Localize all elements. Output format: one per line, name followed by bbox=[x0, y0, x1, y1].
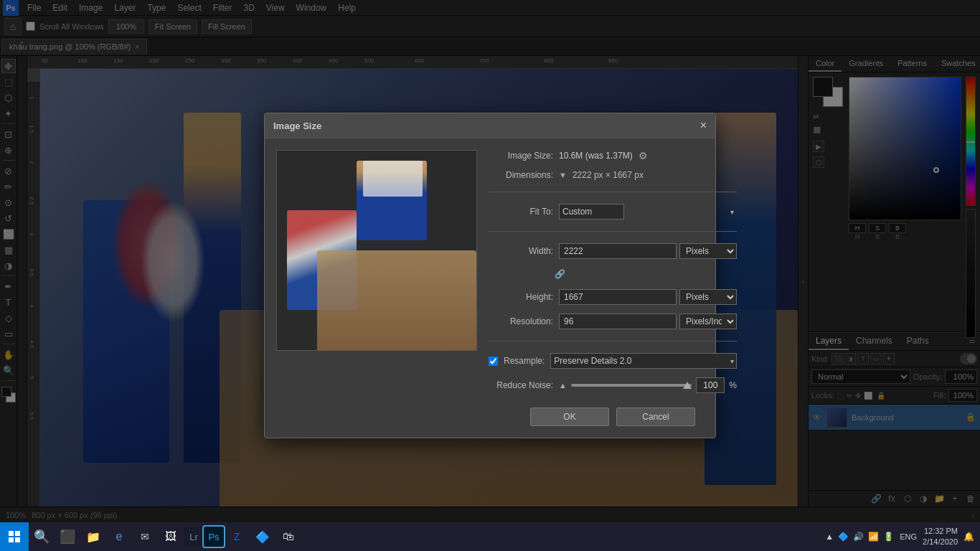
resolution-input[interactable] bbox=[559, 314, 677, 329]
width-height-link-icon[interactable]: 🔗 bbox=[553, 268, 566, 281]
dialog-titlebar: Image Size × bbox=[265, 113, 715, 138]
dialog-title: Image Size bbox=[273, 121, 321, 131]
lightroom-icon[interactable]: Lr bbox=[184, 527, 204, 547]
height-label: Height: bbox=[489, 292, 553, 302]
edge-icon[interactable]: e bbox=[106, 522, 132, 551]
noise-percent-label: % bbox=[729, 380, 737, 390]
divider-3 bbox=[489, 341, 737, 342]
resample-row: Resample: Preserve Details 2.0 Automatic… bbox=[489, 353, 737, 369]
modal-overlay: Image Size × Image Size: 10.6M (w bbox=[0, 0, 980, 551]
resample-label: Resample: bbox=[504, 356, 545, 366]
dialog-body: Image Size: 10.6M (was 1.37M) ⚙ Dimensio… bbox=[265, 138, 715, 438]
width-input[interactable] bbox=[559, 243, 677, 259]
resolution-label: Resolution: bbox=[489, 316, 553, 326]
svg-rect-0 bbox=[9, 531, 14, 536]
dimensions-row: Dimensions: ▼ 2222 px × 1667 px bbox=[489, 170, 737, 180]
ok-button[interactable]: OK bbox=[530, 408, 609, 426]
image-size-gear-button[interactable]: ⚙ bbox=[639, 150, 648, 161]
fit-to-row: Fit To: Custom Original Size 720p 1080p … bbox=[489, 204, 737, 220]
taskview-icon[interactable]: ⬛ bbox=[55, 522, 80, 551]
height-input[interactable] bbox=[559, 289, 677, 305]
image-size-dialog: Image Size × Image Size: 10.6M (w bbox=[264, 113, 716, 438]
height-row: Height: Pixels Percent Inches cm bbox=[489, 289, 737, 305]
fit-to-select[interactable]: Custom Original Size 720p 1080p 4K bbox=[559, 204, 624, 220]
start-button[interactable] bbox=[0, 522, 29, 551]
svg-rect-1 bbox=[15, 531, 20, 536]
svg-rect-2 bbox=[9, 537, 14, 542]
reduce-noise-slider[interactable] bbox=[571, 384, 692, 387]
resolution-row: Resolution: Pixels/Inch Pixels/cm bbox=[489, 314, 737, 329]
notifications-icon[interactable]: 🔔 bbox=[963, 532, 974, 542]
dialog-buttons: OK Cancel bbox=[489, 408, 737, 426]
appx-icon[interactable]: 🔷 bbox=[250, 522, 275, 551]
zalo-icon[interactable]: Z bbox=[224, 522, 250, 551]
taskbar: 🔍 ⬛ 📁 e ✉ 🖼 Lr Ps Z 🔷 🛍 ▲ 🔷 🔊 📶 🔋 ENG 12… bbox=[0, 522, 980, 551]
divider-2 bbox=[489, 231, 737, 232]
cancel-button[interactable]: Cancel bbox=[616, 408, 695, 426]
gmail-icon[interactable]: ✉ bbox=[132, 522, 158, 551]
battery-icon: 🔋 bbox=[883, 532, 894, 542]
reduce-noise-row: Reduce Noise: ▲ % bbox=[489, 377, 737, 393]
wifi-icon: 📶 bbox=[868, 532, 879, 542]
dialog-preview bbox=[276, 150, 477, 351]
image-size-value: 10.6M (was 1.37M) bbox=[559, 151, 633, 161]
date-display: 2/14/2020 bbox=[923, 537, 958, 547]
width-unit-select[interactable]: Pixels Percent Inches cm bbox=[679, 243, 737, 259]
dimensions-value: 2222 px × 1667 px bbox=[573, 170, 644, 180]
width-row: Width: Pixels Percent Inches cm bbox=[489, 243, 737, 259]
dimensions-label: Dimensions: bbox=[489, 170, 553, 180]
divider-1 bbox=[489, 192, 737, 192]
dialog-close-button[interactable]: × bbox=[700, 119, 707, 132]
time-display: 12:32 PM bbox=[923, 526, 958, 537]
width-field-wrap: Pixels Percent Inches cm bbox=[559, 243, 737, 259]
search-taskbar-icon[interactable]: 🔍 bbox=[29, 522, 55, 551]
svg-rect-3 bbox=[15, 537, 20, 542]
reduce-noise-label: Reduce Noise: bbox=[489, 380, 553, 390]
resample-select-wrap: Preserve Details 2.0 Automatic Preserve … bbox=[550, 353, 737, 369]
dimensions-expand-icon[interactable]: ▼ bbox=[559, 171, 567, 179]
dialog-fields: Image Size: 10.6M (was 1.37M) ⚙ Dimensio… bbox=[489, 150, 737, 426]
noise-slider-container: ▲ % bbox=[559, 377, 737, 393]
image-size-row: Image Size: 10.6M (was 1.37M) ⚙ bbox=[489, 150, 737, 161]
photos-icon[interactable]: 🖼 bbox=[158, 522, 184, 551]
explorer-icon[interactable]: 📁 bbox=[80, 522, 106, 551]
height-field-wrap: Pixels Percent Inches cm bbox=[559, 289, 737, 305]
resample-checkbox[interactable] bbox=[489, 357, 498, 366]
reduce-noise-input[interactable] bbox=[696, 377, 725, 393]
tray-icon-2: 🔷 bbox=[838, 532, 849, 542]
height-unit-select[interactable]: Pixels Percent Inches cm bbox=[679, 289, 737, 305]
tray-icon-3: 🔊 bbox=[853, 532, 864, 542]
photoshop-taskbar-icon[interactable]: Ps bbox=[204, 527, 224, 547]
resample-select[interactable]: Preserve Details 2.0 Automatic Preserve … bbox=[550, 353, 737, 369]
lang-indicator[interactable]: ENG bbox=[900, 532, 917, 541]
clock: 12:32 PM 2/14/2020 bbox=[923, 526, 958, 548]
link-icon-row: 🔗 bbox=[489, 268, 737, 281]
tray-icon-1: ▲ bbox=[825, 532, 834, 542]
resolution-unit-select[interactable]: Pixels/Inch Pixels/cm bbox=[679, 314, 737, 329]
width-label: Width: bbox=[489, 246, 553, 256]
fit-to-select-wrap: Custom Original Size 720p 1080p 4K bbox=[559, 204, 737, 220]
noise-warning-icon: ▲ bbox=[559, 381, 567, 390]
taskbar-right: ▲ 🔷 🔊 📶 🔋 ENG 12:32 PM 2/14/2020 🔔 bbox=[825, 526, 980, 548]
windows-store-icon[interactable]: 🛍 bbox=[275, 522, 301, 551]
fit-to-label: Fit To: bbox=[489, 207, 553, 217]
system-tray-icons: ▲ 🔷 🔊 📶 🔋 bbox=[825, 532, 894, 542]
image-size-label: Image Size: bbox=[489, 151, 553, 161]
resolution-field-wrap: Pixels/Inch Pixels/cm bbox=[559, 314, 737, 329]
